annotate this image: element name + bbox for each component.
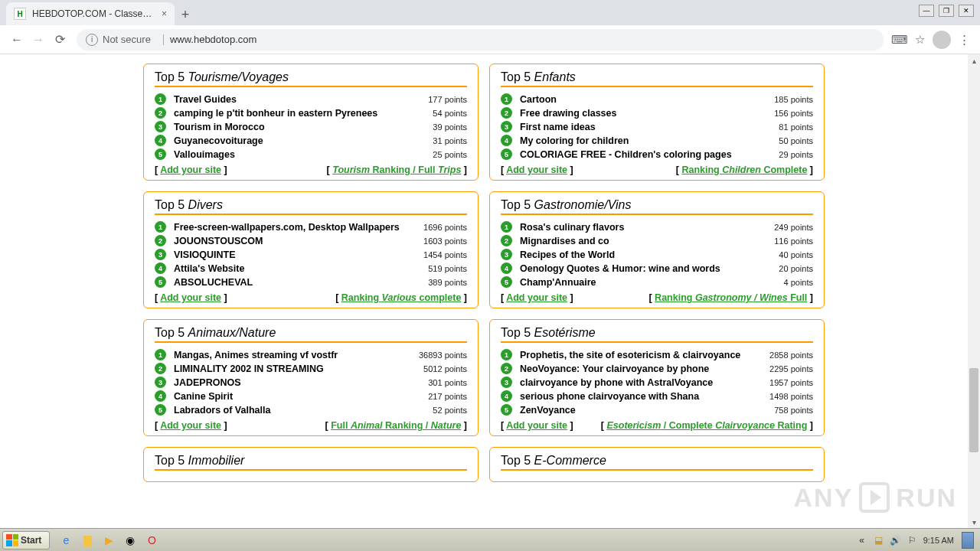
translate-icon[interactable]: ⌨: [890, 30, 910, 50]
clock[interactable]: 9:15 AM: [923, 536, 954, 545]
add-site-link[interactable]: Add your site: [160, 165, 221, 175]
entry-points: 758 points: [774, 406, 813, 415]
entry-name[interactable]: JADEPRONOS: [174, 377, 428, 388]
entry-points: 301 points: [428, 378, 467, 387]
entry-name[interactable]: Mignardises and co: [520, 236, 774, 246]
explorer-icon[interactable]: ▇: [79, 532, 96, 549]
entry-points: 31 points: [433, 136, 467, 145]
close-window-icon[interactable]: ✕: [959, 5, 974, 17]
windows-logo-icon: [6, 534, 18, 546]
maximize-icon[interactable]: ❐: [939, 5, 954, 17]
rank-badge: 1: [155, 221, 166, 233]
start-button[interactable]: Start: [2, 531, 50, 549]
volume-icon[interactable]: 🔊: [890, 534, 902, 546]
forward-button[interactable]: →: [28, 29, 49, 51]
entry-name[interactable]: Recipes of the World: [520, 249, 779, 260]
entry-name[interactable]: ZenVoyance: [520, 405, 774, 416]
title-category: Animaux/Nature: [188, 326, 276, 339]
entry-name[interactable]: Labradors of Valhalla: [174, 405, 433, 416]
info-icon: i: [86, 34, 98, 46]
entry-name[interactable]: Free-screen-wallpapers.com, Desktop Wall…: [174, 222, 423, 233]
entry-name[interactable]: Canine Spirit: [174, 391, 428, 402]
full-ranking-link[interactable]: Full Animal Ranking / Nature: [331, 420, 461, 431]
entry-name[interactable]: Tourism in Morocco: [174, 122, 433, 132]
title-divider: [501, 86, 813, 87]
entry-name[interactable]: Free drawing classes: [520, 108, 774, 119]
expand-tray-icon[interactable]: «: [856, 534, 868, 546]
full-ranking-link[interactable]: Tourism Ranking / Full Trips: [332, 165, 461, 175]
ranking-entry: 3JADEPRONOS301 points: [155, 377, 467, 388]
entry-name[interactable]: Rosa's culinary flavors: [520, 222, 774, 233]
address-bar[interactable]: i Not secure www.hebdotop.com: [77, 29, 884, 51]
rank-badge: 1: [501, 221, 512, 233]
add-site-wrap: [ Add your site ]: [155, 165, 227, 175]
security-indicator[interactable]: i Not secure: [86, 34, 151, 46]
entry-name[interactable]: Mangas, Animes streaming vf vostfr: [174, 350, 419, 360]
entry-name[interactable]: serious phone clairvoyance with Shana: [520, 391, 769, 402]
bookmark-star-icon[interactable]: ☆: [910, 30, 929, 50]
box-title: Top 5 Enfants: [501, 70, 813, 84]
entry-points: 20 points: [779, 264, 813, 273]
profile-avatar[interactable]: [933, 31, 951, 49]
entry-name[interactable]: Attila's Website: [174, 263, 428, 274]
entry-name[interactable]: Oenology Quotes & Humor: wine and words: [520, 263, 779, 274]
add-site-link[interactable]: Add your site: [160, 292, 221, 303]
close-tab-icon[interactable]: ×: [162, 8, 167, 19]
category-box: Top 5 Tourisme/Voyages1Travel Guides177 …: [143, 64, 479, 181]
back-button[interactable]: ←: [6, 29, 28, 51]
kebab-menu-icon[interactable]: ⋮: [954, 30, 974, 50]
entry-name[interactable]: JOUONSTOUSCOM: [174, 236, 423, 246]
vertical-scrollbar[interactable]: ▴ ▾: [968, 54, 980, 528]
rank-badge: 3: [501, 249, 512, 260]
flag-icon[interactable]: ⚐: [906, 534, 919, 546]
title-prefix: Top 5: [155, 454, 188, 467]
rank-badge: 1: [501, 349, 512, 360]
entry-name[interactable]: Prophetis, the site of esotericism & cla…: [520, 350, 769, 360]
rank-badge: 5: [501, 276, 512, 288]
full-ranking-link[interactable]: Ranking Various complete: [341, 292, 462, 303]
add-site-link[interactable]: Add your site: [506, 292, 567, 303]
new-tab-button[interactable]: +: [175, 4, 196, 25]
scroll-down-icon[interactable]: ▾: [968, 516, 980, 528]
box-title: Top 5 Esotérisme: [501, 326, 813, 340]
media-icon[interactable]: ▶: [100, 532, 117, 549]
entry-name[interactable]: COLORIAGE FREE - Children's coloring pag…: [520, 149, 779, 160]
chrome-icon[interactable]: ◉: [122, 532, 139, 549]
entry-name[interactable]: camping le p'tit bonheur in eastern Pyre…: [174, 108, 433, 119]
opera-icon[interactable]: O: [143, 532, 160, 549]
reload-button[interactable]: ⟳: [49, 29, 70, 51]
ranking-entry: 1Travel Guides177 points: [155, 93, 467, 105]
add-site-wrap: [ Add your site ]: [155, 292, 227, 303]
ie-icon[interactable]: e: [57, 532, 74, 549]
ranking-entry: 4My coloring for children50 points: [501, 135, 813, 146]
ranking-entry: 2Free drawing classes156 points: [501, 107, 813, 119]
entry-name[interactable]: Champ'Annuaire: [520, 277, 783, 288]
entry-name[interactable]: First name ideas: [520, 122, 779, 132]
entry-name[interactable]: Guyanecovoiturage: [174, 135, 433, 146]
title-divider: [501, 341, 813, 343]
rank-badge: 1: [155, 93, 166, 105]
entry-name[interactable]: Travel Guides: [174, 94, 428, 105]
full-ranking-link[interactable]: Ranking Children Complete: [681, 165, 807, 175]
security-icon[interactable]: ⬓: [873, 534, 885, 546]
entry-name[interactable]: LIMINALITY 2002 IN STREAMING: [174, 364, 423, 374]
entry-name[interactable]: VISIOQUINTE: [174, 249, 423, 260]
show-desktop-button[interactable]: [962, 532, 974, 549]
entry-name[interactable]: ABSOLUCHEVAL: [174, 277, 428, 288]
ranking-entry: 3VISIOQUINTE1454 points: [155, 249, 467, 260]
add-site-link[interactable]: Add your site: [506, 165, 567, 175]
scrollbar-thumb[interactable]: [969, 368, 978, 452]
full-ranking-link[interactable]: Ranking Gastronomy / Wines Full: [655, 292, 807, 303]
entry-name[interactable]: clairvoyance by phone with AstralVoyance: [520, 377, 769, 388]
entry-name[interactable]: NeoVoyance: Your clairvoyance by phone: [520, 364, 769, 374]
entry-name[interactable]: My coloring for children: [520, 135, 779, 146]
minimize-icon[interactable]: —: [919, 5, 934, 17]
browser-tab[interactable]: H HEBDOTOP.COM - Classement de sit ×: [6, 2, 175, 25]
add-site-link[interactable]: Add your site: [160, 420, 221, 431]
ranking-entry: 3Tourism in Morocco39 points: [155, 121, 467, 132]
add-site-link[interactable]: Add your site: [506, 420, 567, 431]
scroll-up-icon[interactable]: ▴: [968, 54, 980, 67]
entry-name[interactable]: Cartoon: [520, 94, 774, 105]
entry-name[interactable]: Vallouimages: [174, 149, 433, 160]
full-ranking-link[interactable]: Esotericism / Complete Clairvoyance Rati…: [606, 420, 807, 431]
